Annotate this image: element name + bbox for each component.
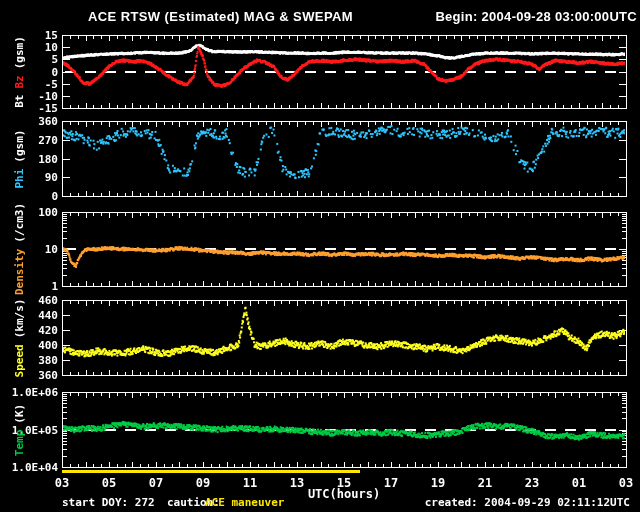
y-tick-label: 360: [2, 115, 58, 128]
y-tick-label: 5: [2, 53, 58, 66]
x-tick-label: 07: [139, 476, 173, 490]
caution-value: ACE maneuver: [205, 496, 284, 509]
y-tick-label: 180: [2, 153, 58, 166]
y-tick-label: 1.0E+06: [2, 386, 58, 399]
y-tick-label: 10: [2, 243, 58, 256]
y-axis-label-phi: Phi(gsm): [13, 126, 26, 191]
x-tick-label: 11: [233, 476, 267, 490]
x-tick-label: 01: [562, 476, 596, 490]
y-tick-label: 380: [2, 354, 58, 367]
y-axis-label-part: Bz: [13, 75, 26, 88]
y-axis-label-part: Bt: [13, 94, 26, 107]
x-axis-title: UTC(hours): [284, 487, 404, 501]
x-tick-label: 05: [92, 476, 126, 490]
y-tick-label: 460: [2, 294, 58, 307]
y-axis-label-part: (gsm): [13, 36, 26, 69]
y-tick-label: 1.0E+05: [2, 424, 58, 437]
begin-timestamp: Begin: 2004-09-28 03:00:00UTC: [435, 9, 637, 24]
y-axis-label-part: Speed: [13, 344, 26, 377]
y-axis-label-part: (K): [13, 403, 26, 423]
y-tick-label: 0: [2, 190, 58, 203]
y-tick-label: 270: [2, 134, 58, 147]
start-doy-label: start DOY: 272: [62, 496, 155, 509]
x-tick-label: 03: [609, 476, 640, 490]
y-axis-label-density: Density(/cm3): [13, 200, 26, 298]
y-axis-label-part: (/cm3): [13, 203, 26, 243]
y-axis-label-part: Temp: [13, 429, 26, 456]
ace-rtsw-plot-window: ACE RTSW (Estimated) MAG & SWEPAM Begin:…: [0, 0, 640, 512]
y-axis-label-mag: BtBz(gsm): [13, 33, 26, 111]
y-tick-label: 1: [2, 280, 58, 293]
y-tick-label: -15: [2, 102, 58, 115]
x-tick-label: 03: [45, 476, 79, 490]
y-tick-label: 100: [2, 206, 58, 219]
y-axis-label-temp: Temp(K): [13, 400, 26, 458]
y-tick-label: 90: [2, 171, 58, 184]
y-tick-label: 440: [2, 309, 58, 322]
created-timestamp: created: 2004-09-29 02:11:12UTC: [425, 496, 630, 509]
plot-canvas: [0, 0, 640, 512]
x-tick-label: 09: [186, 476, 220, 490]
y-axis-label-part: (gsm): [13, 129, 26, 162]
y-tick-label: 360: [2, 369, 58, 382]
x-tick-label: 23: [515, 476, 549, 490]
y-tick-label: 1.0E+04: [2, 461, 58, 474]
x-tick-label: 19: [421, 476, 455, 490]
y-tick-label: 420: [2, 324, 58, 337]
y-axis-label-speed: Speed(km/s): [13, 295, 26, 380]
y-tick-label: 400: [2, 339, 58, 352]
plot-title: ACE RTSW (Estimated) MAG & SWEPAM: [88, 9, 353, 24]
x-tick-label: 21: [468, 476, 502, 490]
y-axis-label-part: Density: [13, 249, 26, 295]
y-axis-label-part: (km/s): [13, 298, 26, 338]
y-axis-label-part: Phi: [13, 168, 26, 188]
ace-maneuver-bar: [62, 470, 360, 473]
